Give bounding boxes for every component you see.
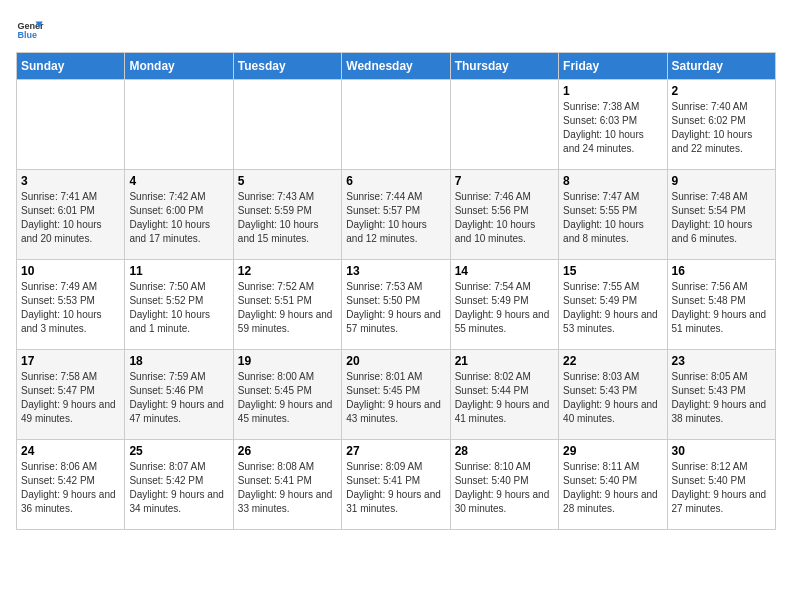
calendar-cell: 3Sunrise: 7:41 AM Sunset: 6:01 PM Daylig… xyxy=(17,170,125,260)
day-info: Sunrise: 7:50 AM Sunset: 5:52 PM Dayligh… xyxy=(129,280,228,336)
header-day-sunday: Sunday xyxy=(17,53,125,80)
calendar-cell: 15Sunrise: 7:55 AM Sunset: 5:49 PM Dayli… xyxy=(559,260,667,350)
header-day-saturday: Saturday xyxy=(667,53,775,80)
day-number: 26 xyxy=(238,444,337,458)
calendar-cell: 8Sunrise: 7:47 AM Sunset: 5:55 PM Daylig… xyxy=(559,170,667,260)
calendar-cell: 26Sunrise: 8:08 AM Sunset: 5:41 PM Dayli… xyxy=(233,440,341,530)
day-info: Sunrise: 8:06 AM Sunset: 5:42 PM Dayligh… xyxy=(21,460,120,516)
calendar-cell: 17Sunrise: 7:58 AM Sunset: 5:47 PM Dayli… xyxy=(17,350,125,440)
day-number: 8 xyxy=(563,174,662,188)
header-day-monday: Monday xyxy=(125,53,233,80)
calendar-cell: 1Sunrise: 7:38 AM Sunset: 6:03 PM Daylig… xyxy=(559,80,667,170)
day-number: 19 xyxy=(238,354,337,368)
logo: General Blue xyxy=(16,16,52,44)
logo-icon: General Blue xyxy=(16,16,44,44)
calendar-cell xyxy=(233,80,341,170)
week-row-0: 1Sunrise: 7:38 AM Sunset: 6:03 PM Daylig… xyxy=(17,80,776,170)
calendar-cell: 25Sunrise: 8:07 AM Sunset: 5:42 PM Dayli… xyxy=(125,440,233,530)
calendar-cell: 22Sunrise: 8:03 AM Sunset: 5:43 PM Dayli… xyxy=(559,350,667,440)
calendar-cell: 28Sunrise: 8:10 AM Sunset: 5:40 PM Dayli… xyxy=(450,440,558,530)
day-number: 7 xyxy=(455,174,554,188)
day-number: 18 xyxy=(129,354,228,368)
day-info: Sunrise: 7:58 AM Sunset: 5:47 PM Dayligh… xyxy=(21,370,120,426)
day-number: 15 xyxy=(563,264,662,278)
day-info: Sunrise: 7:42 AM Sunset: 6:00 PM Dayligh… xyxy=(129,190,228,246)
day-info: Sunrise: 8:09 AM Sunset: 5:41 PM Dayligh… xyxy=(346,460,445,516)
calendar-cell: 27Sunrise: 8:09 AM Sunset: 5:41 PM Dayli… xyxy=(342,440,450,530)
week-row-2: 10Sunrise: 7:49 AM Sunset: 5:53 PM Dayli… xyxy=(17,260,776,350)
week-row-3: 17Sunrise: 7:58 AM Sunset: 5:47 PM Dayli… xyxy=(17,350,776,440)
day-number: 28 xyxy=(455,444,554,458)
day-info: Sunrise: 8:12 AM Sunset: 5:40 PM Dayligh… xyxy=(672,460,771,516)
day-number: 2 xyxy=(672,84,771,98)
day-number: 12 xyxy=(238,264,337,278)
day-info: Sunrise: 8:00 AM Sunset: 5:45 PM Dayligh… xyxy=(238,370,337,426)
header: General Blue xyxy=(16,16,776,44)
day-number: 22 xyxy=(563,354,662,368)
day-number: 24 xyxy=(21,444,120,458)
calendar-cell: 16Sunrise: 7:56 AM Sunset: 5:48 PM Dayli… xyxy=(667,260,775,350)
day-number: 3 xyxy=(21,174,120,188)
day-info: Sunrise: 7:40 AM Sunset: 6:02 PM Dayligh… xyxy=(672,100,771,156)
day-info: Sunrise: 7:59 AM Sunset: 5:46 PM Dayligh… xyxy=(129,370,228,426)
day-info: Sunrise: 7:43 AM Sunset: 5:59 PM Dayligh… xyxy=(238,190,337,246)
day-info: Sunrise: 7:54 AM Sunset: 5:49 PM Dayligh… xyxy=(455,280,554,336)
day-info: Sunrise: 8:02 AM Sunset: 5:44 PM Dayligh… xyxy=(455,370,554,426)
day-number: 5 xyxy=(238,174,337,188)
calendar-cell: 12Sunrise: 7:52 AM Sunset: 5:51 PM Dayli… xyxy=(233,260,341,350)
calendar-cell: 13Sunrise: 7:53 AM Sunset: 5:50 PM Dayli… xyxy=(342,260,450,350)
calendar-cell: 23Sunrise: 8:05 AM Sunset: 5:43 PM Dayli… xyxy=(667,350,775,440)
day-number: 10 xyxy=(21,264,120,278)
day-info: Sunrise: 7:38 AM Sunset: 6:03 PM Dayligh… xyxy=(563,100,662,156)
calendar-cell: 2Sunrise: 7:40 AM Sunset: 6:02 PM Daylig… xyxy=(667,80,775,170)
calendar-cell: 19Sunrise: 8:00 AM Sunset: 5:45 PM Dayli… xyxy=(233,350,341,440)
calendar-cell: 20Sunrise: 8:01 AM Sunset: 5:45 PM Dayli… xyxy=(342,350,450,440)
day-info: Sunrise: 7:41 AM Sunset: 6:01 PM Dayligh… xyxy=(21,190,120,246)
day-number: 29 xyxy=(563,444,662,458)
svg-text:Blue: Blue xyxy=(17,30,37,40)
day-info: Sunrise: 8:03 AM Sunset: 5:43 PM Dayligh… xyxy=(563,370,662,426)
header-day-tuesday: Tuesday xyxy=(233,53,341,80)
calendar-cell xyxy=(17,80,125,170)
day-info: Sunrise: 8:01 AM Sunset: 5:45 PM Dayligh… xyxy=(346,370,445,426)
day-info: Sunrise: 7:46 AM Sunset: 5:56 PM Dayligh… xyxy=(455,190,554,246)
calendar-cell: 4Sunrise: 7:42 AM Sunset: 6:00 PM Daylig… xyxy=(125,170,233,260)
day-info: Sunrise: 8:07 AM Sunset: 5:42 PM Dayligh… xyxy=(129,460,228,516)
calendar-cell: 24Sunrise: 8:06 AM Sunset: 5:42 PM Dayli… xyxy=(17,440,125,530)
calendar-header-row: SundayMondayTuesdayWednesdayThursdayFrid… xyxy=(17,53,776,80)
calendar-cell: 7Sunrise: 7:46 AM Sunset: 5:56 PM Daylig… xyxy=(450,170,558,260)
calendar-cell: 6Sunrise: 7:44 AM Sunset: 5:57 PM Daylig… xyxy=(342,170,450,260)
header-day-wednesday: Wednesday xyxy=(342,53,450,80)
day-number: 21 xyxy=(455,354,554,368)
day-info: Sunrise: 7:55 AM Sunset: 5:49 PM Dayligh… xyxy=(563,280,662,336)
week-row-4: 24Sunrise: 8:06 AM Sunset: 5:42 PM Dayli… xyxy=(17,440,776,530)
calendar-cell: 21Sunrise: 8:02 AM Sunset: 5:44 PM Dayli… xyxy=(450,350,558,440)
calendar-cell: 10Sunrise: 7:49 AM Sunset: 5:53 PM Dayli… xyxy=(17,260,125,350)
calendar-cell: 18Sunrise: 7:59 AM Sunset: 5:46 PM Dayli… xyxy=(125,350,233,440)
day-number: 6 xyxy=(346,174,445,188)
day-number: 4 xyxy=(129,174,228,188)
header-day-friday: Friday xyxy=(559,53,667,80)
day-info: Sunrise: 8:10 AM Sunset: 5:40 PM Dayligh… xyxy=(455,460,554,516)
calendar-cell xyxy=(342,80,450,170)
week-row-1: 3Sunrise: 7:41 AM Sunset: 6:01 PM Daylig… xyxy=(17,170,776,260)
day-number: 13 xyxy=(346,264,445,278)
day-info: Sunrise: 7:49 AM Sunset: 5:53 PM Dayligh… xyxy=(21,280,120,336)
day-number: 11 xyxy=(129,264,228,278)
day-info: Sunrise: 8:05 AM Sunset: 5:43 PM Dayligh… xyxy=(672,370,771,426)
page-container: General Blue SundayMondayTuesdayWednesda… xyxy=(16,16,776,530)
day-info: Sunrise: 7:47 AM Sunset: 5:55 PM Dayligh… xyxy=(563,190,662,246)
calendar-cell: 29Sunrise: 8:11 AM Sunset: 5:40 PM Dayli… xyxy=(559,440,667,530)
day-info: Sunrise: 7:44 AM Sunset: 5:57 PM Dayligh… xyxy=(346,190,445,246)
day-number: 16 xyxy=(672,264,771,278)
day-number: 25 xyxy=(129,444,228,458)
day-number: 17 xyxy=(21,354,120,368)
day-number: 20 xyxy=(346,354,445,368)
day-number: 23 xyxy=(672,354,771,368)
header-day-thursday: Thursday xyxy=(450,53,558,80)
calendar-cell xyxy=(450,80,558,170)
calendar-cell: 9Sunrise: 7:48 AM Sunset: 5:54 PM Daylig… xyxy=(667,170,775,260)
day-number: 14 xyxy=(455,264,554,278)
day-info: Sunrise: 7:48 AM Sunset: 5:54 PM Dayligh… xyxy=(672,190,771,246)
day-info: Sunrise: 7:52 AM Sunset: 5:51 PM Dayligh… xyxy=(238,280,337,336)
